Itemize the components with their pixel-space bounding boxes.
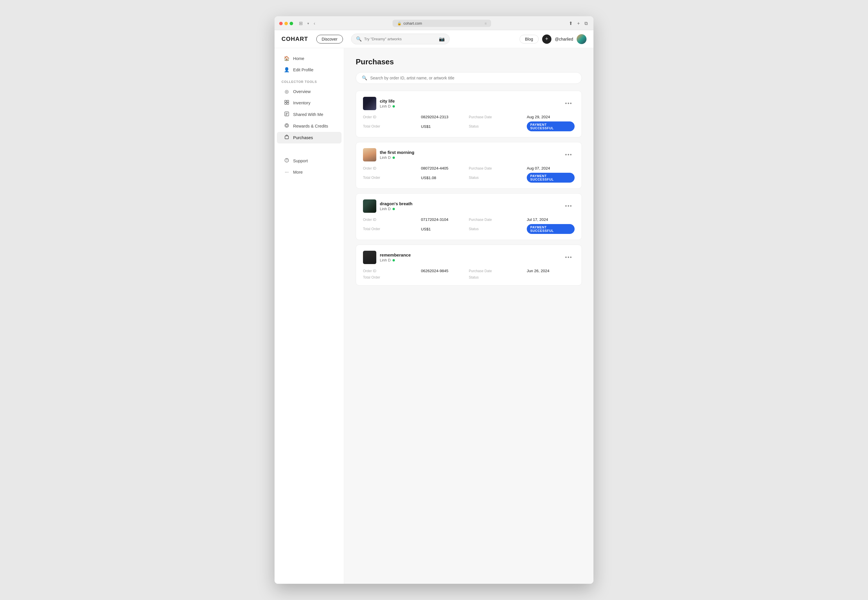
blog-button[interactable]: Blog [520, 35, 539, 44]
purchase-date-value: Aug 07, 2024 [527, 166, 575, 170]
artist-row: Linh D [380, 258, 411, 262]
create-button[interactable]: + [542, 35, 551, 44]
purchases-list: city life Linh D ••• Order ID 08292024-2… [356, 91, 582, 285]
total-order-value: US$1 [421, 227, 469, 231]
purchase-card: city life Linh D ••• Order ID 08292024-2… [356, 91, 582, 137]
card-details: Order ID 07172024-3104 Purchase Date Jul… [363, 217, 575, 234]
status-cell: PAYMENT SUCCESSFUL [527, 224, 575, 234]
order-id-label: Order ID [363, 167, 421, 170]
purchase-card: rememberance Linh D ••• Order ID 0626202… [356, 245, 582, 285]
more-icon: ··· [284, 170, 289, 175]
order-id-value: 07172024-3104 [421, 217, 469, 222]
logo[interactable]: COHART [282, 36, 308, 42]
reader-icon: ≡ [485, 21, 486, 26]
sidebar-item-inventory[interactable]: Inventory [277, 97, 341, 109]
status-badge: PAYMENT SUCCESSFUL [527, 224, 575, 234]
username-label[interactable]: @charlied [555, 37, 573, 41]
lock-icon: 🔒 [397, 21, 401, 26]
sidebar-item-rewards-credits[interactable]: Rewards & Credits [277, 120, 341, 132]
rewards-icon [284, 123, 289, 129]
total-order-label: Total Order [363, 227, 421, 231]
artist-row: Linh D [380, 207, 412, 211]
artist-row: Linh D [380, 155, 414, 160]
artwork-title: the first morning [380, 150, 414, 155]
minimize-button[interactable] [285, 22, 288, 25]
sidebar-item-more[interactable]: ··· More [277, 167, 341, 178]
more-options-button[interactable]: ••• [563, 151, 575, 159]
overview-icon: ◎ [284, 89, 289, 94]
sidebar-item-shared-with-me[interactable]: Shared With Me [277, 109, 341, 120]
status-label: Status [469, 124, 527, 129]
purchases-icon [284, 135, 289, 141]
sidebar-item-support[interactable]: ? Support [277, 155, 341, 167]
sidebar-toggle-button[interactable]: ⊞ [298, 20, 304, 27]
sidebar-item-edit-profile[interactable]: 👤 Edit Profile [277, 64, 341, 75]
top-navigation: COHART Discover 🔍 📷 Blog + @charlied [274, 30, 594, 48]
online-indicator [392, 105, 395, 108]
svg-rect-7 [286, 115, 287, 115]
sidebar-item-home[interactable]: 🏠 Home [277, 53, 341, 64]
search-icon: 🔍 [362, 75, 367, 80]
status-badge: PAYMENT SUCCESSFUL [527, 121, 575, 131]
more-options-button[interactable]: ••• [563, 202, 575, 211]
purchase-date-label: Purchase Date [469, 115, 527, 119]
search-icon: 🔍 [356, 36, 362, 42]
tabs-button[interactable]: ⧉ [583, 20, 589, 27]
status-cell: PAYMENT SUCCESSFUL [527, 121, 575, 131]
back-button[interactable]: ‹ [312, 20, 316, 27]
camera-icon[interactable]: 📷 [439, 36, 445, 42]
discover-button[interactable]: Discover [316, 35, 343, 44]
svg-rect-10 [285, 136, 288, 139]
shared-icon [284, 112, 289, 117]
status-label: Status [469, 275, 527, 279]
artwork-title: city life [380, 98, 395, 103]
order-id-label: Order ID [363, 218, 421, 222]
global-search-input[interactable] [364, 37, 436, 41]
url-text: cohart.com [403, 21, 422, 26]
status-cell: PAYMENT SUCCESSFUL [527, 173, 575, 183]
avatar[interactable] [577, 34, 586, 44]
total-order-label: Total Order [363, 275, 421, 279]
card-details: Order ID 08292024-2313 Purchase Date Aug… [363, 115, 575, 131]
artist-name: Linh D [380, 104, 391, 108]
svg-rect-5 [286, 113, 288, 114]
svg-rect-2 [285, 103, 286, 105]
purchase-date-value: Jul 17, 2024 [527, 217, 575, 222]
purchases-search-box[interactable]: 🔍 [356, 72, 582, 84]
artwork-thumbnail [363, 199, 376, 213]
order-id-value: 08292024-2313 [421, 115, 469, 119]
close-button[interactable] [279, 22, 283, 25]
purchases-search-input[interactable] [370, 76, 576, 80]
status-label: Status [469, 176, 527, 180]
sidebar-label-overview: Overview [293, 89, 311, 94]
sidebar-item-overview[interactable]: ◎ Overview [277, 86, 341, 97]
svg-point-9 [286, 125, 288, 127]
sidebar: 🏠 Home 👤 Edit Profile COLLECTOR TOOLS ◎ … [274, 48, 344, 584]
sidebar-label-inventory: Inventory [293, 101, 311, 105]
artwork-info: rememberance Linh D [363, 251, 411, 264]
card-details: Order ID 08072024-4405 Purchase Date Aug… [363, 166, 575, 183]
global-search-bar[interactable]: 🔍 📷 [351, 33, 450, 44]
purchase-date-value: Jun 26, 2024 [527, 269, 575, 273]
chevron-down-icon[interactable]: ▾ [306, 20, 310, 27]
profile-icon: 👤 [284, 67, 289, 73]
sidebar-item-purchases[interactable]: Purchases [277, 132, 341, 144]
status-label: Status [469, 227, 527, 231]
sidebar-label-rewards-credits: Rewards & Credits [293, 124, 328, 129]
sidebar-label-purchases: Purchases [293, 135, 313, 140]
artist-name: Linh D [380, 155, 391, 160]
sidebar-label-shared-with-me: Shared With Me [293, 112, 323, 117]
total-order-value: US$1.08 [421, 176, 469, 180]
order-id-label: Order ID [363, 269, 421, 273]
maximize-button[interactable] [289, 22, 293, 25]
share-button[interactable]: ⬆ [568, 20, 574, 27]
online-indicator [392, 259, 395, 261]
order-id-value: 06262024-9845 [421, 269, 469, 273]
more-options-button[interactable]: ••• [563, 253, 575, 262]
new-tab-button[interactable]: + [576, 20, 581, 27]
artwork-title: dragon's breath [380, 201, 412, 206]
online-indicator [392, 156, 395, 159]
address-bar[interactable]: 🔒 cohart.com ≡ [392, 20, 491, 27]
purchase-date-value: Aug 29, 2024 [527, 115, 575, 119]
more-options-button[interactable]: ••• [563, 99, 575, 108]
